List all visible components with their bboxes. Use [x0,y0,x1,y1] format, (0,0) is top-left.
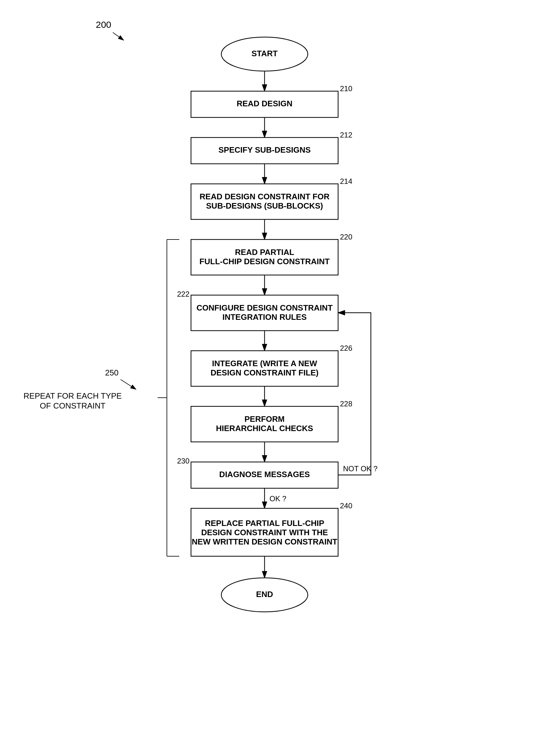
specify-sub-designs-label: SPECIFY SUB-DESIGNS [219,145,311,155]
integrate-number: 226 [340,344,352,352]
read-constraint-line1: READ DESIGN CONSTRAINT FOR [200,192,330,201]
svg-line-17 [121,380,136,389]
hierarchical-number: 228 [340,400,352,408]
diagram-container: 200 START READ DESIGN 210 SPECIFY SUB-DE… [0,0,560,754]
diagnose-number: 230 [177,457,189,465]
replace-number: 240 [340,502,352,510]
integrate-line1: INTEGRATE (WRITE A NEW [212,359,317,368]
repeat-number: 250 [105,368,118,377]
end-label: END [256,590,273,599]
read-constraint-line2: SUB-DESIGNS (SUB-BLOCKS) [206,201,323,210]
replace-line1: REPLACE PARTIAL FULL-CHIP [205,518,324,528]
configure-line1: CONFIGURE DESIGN CONSTRAINT [197,303,333,312]
hierarchical-line2: HIERARCHICAL CHECKS [216,424,313,433]
diagnose-label: DIAGNOSE MESSAGES [219,470,310,479]
configure-line2: INTEGRATION RULES [222,312,307,322]
read-design-number: 210 [340,84,352,93]
replace-line2: DESIGN CONSTRAINT WITH THE [201,528,328,537]
ok-label: OK ? [269,494,286,503]
configure-number: 222 [177,290,189,298]
read-partial-number: 220 [340,233,352,241]
svg-line-2 [113,33,124,40]
specify-number: 212 [340,131,352,139]
figure-number: 200 [96,19,111,30]
integrate-line2: DESIGN CONSTRAINT FILE) [211,368,319,377]
not-ok-label: NOT OK ? [343,465,378,473]
hierarchical-line1: PERFORM [244,414,285,424]
read-design-label: READ DESIGN [237,99,293,108]
read-constraint-number: 214 [340,177,352,185]
start-label: START [252,49,278,58]
repeat-label-line2: OF CONSTRAINT [40,401,105,410]
read-partial-line1: READ PARTIAL [235,247,294,257]
repeat-label-line1: REPEAT FOR EACH TYPE [23,391,122,401]
read-partial-line2: FULL-CHIP DESIGN CONSTRAINT [199,257,329,266]
replace-line3: NEW WRITTEN DESIGN CONSTRAINT [192,537,338,546]
